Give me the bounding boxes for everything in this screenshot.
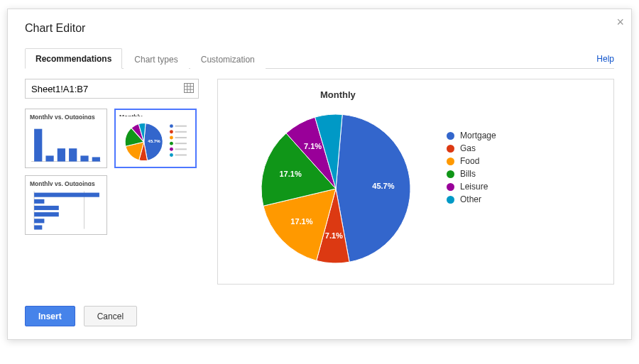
svg-rect-0 [185, 83, 194, 92]
pie-slice-label: 7.1% [304, 142, 322, 150]
pie-slice-label: 17.1% [290, 217, 312, 226]
chart-editor-dialog: × Chart Editor Recommendations Chart typ… [7, 9, 632, 340]
svg-rect-9 [69, 148, 77, 161]
legend-item: Mortgage [447, 131, 496, 140]
dialog-title: Chart Editor [25, 22, 614, 35]
thumb-column-chart[interactable]: Monthly vs. Outgoings [25, 109, 107, 168]
svg-rect-8 [58, 148, 65, 161]
left-column: Monthly vs. Outgoings [25, 79, 206, 285]
tab-chart-types[interactable]: Chart types [124, 49, 188, 69]
svg-point-20 [170, 148, 173, 151]
legend-item: Leisure [447, 182, 496, 192]
legend-item: Gas [447, 143, 496, 153]
legend-item: Food [447, 156, 496, 166]
legend-item: Bills [447, 169, 496, 179]
svg-rect-29 [34, 212, 59, 216]
svg-rect-11 [92, 157, 100, 161]
legend-swatch [447, 158, 454, 165]
svg-rect-7 [45, 155, 53, 161]
cancel-button[interactable]: Cancel [84, 306, 137, 326]
svg-rect-10 [80, 155, 88, 161]
grid-select-icon[interactable] [184, 83, 194, 95]
pie-chart: 45.7%7.1%17.1%17.1%7.1% [229, 111, 442, 267]
pie-slice-label: 45.7% [372, 182, 394, 190]
legend-swatch [447, 132, 454, 140]
svg-point-12 [170, 124, 173, 128]
svg-rect-15 [175, 131, 187, 133]
chart-preview-pane: Monthly 45.7%7.1%17.1%17.1%7.1% Mortgage… [217, 79, 614, 285]
svg-rect-13 [175, 125, 187, 126]
legend-label: Leisure [460, 182, 488, 192]
thumb-label: Monthly vs. Outgoings [30, 114, 102, 119]
legend-swatch [447, 170, 454, 178]
dialog-body: Monthly vs. Outgoings [25, 79, 614, 285]
dialog-footer: Insert Cancel [25, 306, 614, 326]
legend-swatch [447, 183, 454, 191]
svg-point-18 [170, 141, 173, 145]
pie-slice-label: 7.1% [325, 231, 343, 240]
data-range-input[interactable] [31, 84, 184, 94]
chart-title: Monthly [320, 89, 602, 100]
thumb-label: Monthly vs. Outgoings [30, 180, 102, 186]
insert-button[interactable]: Insert [25, 306, 75, 326]
legend-label: Mortgage [460, 131, 496, 140]
svg-rect-28 [34, 206, 59, 210]
tab-recommendations[interactable]: Recommendations [25, 48, 122, 69]
thumb-pie-preview: 45.7% [119, 119, 192, 165]
legend-label: Food [460, 156, 479, 166]
thumb-bar-preview [30, 189, 102, 231]
svg-rect-26 [34, 192, 99, 197]
legend-label: Gas [460, 143, 476, 153]
chart-legend: MortgageGasFoodBillsLeisureOther [447, 131, 496, 204]
legend-label: Bills [460, 169, 476, 179]
svg-rect-19 [175, 143, 187, 144]
legend-swatch [447, 196, 454, 204]
tab-customization[interactable]: Customization [190, 49, 266, 69]
thumb-column-preview [30, 122, 102, 165]
thumb-label: Monthly [119, 114, 192, 116]
thumb-bar-chart[interactable]: Monthly vs. Outgoings [25, 175, 107, 235]
legend-item: Other [447, 194, 496, 204]
help-link[interactable]: Help [596, 49, 614, 68]
svg-rect-31 [34, 225, 42, 229]
pie-slice-label: 45.7% [148, 138, 160, 143]
close-icon[interactable]: × [616, 15, 624, 30]
svg-rect-27 [34, 199, 44, 204]
thumbnail-grid: Monthly vs. Outgoings [25, 109, 206, 235]
tabs-bar: Recommendations Chart types Customizatio… [25, 48, 614, 69]
svg-point-22 [170, 153, 173, 157]
thumb-pie-chart[interactable]: Monthly 45.7% [114, 109, 197, 168]
svg-point-16 [170, 136, 173, 139]
svg-rect-6 [34, 129, 42, 162]
svg-rect-21 [175, 148, 187, 150]
svg-rect-23 [175, 154, 187, 155]
svg-point-14 [170, 130, 173, 133]
svg-rect-17 [175, 137, 187, 138]
legend-swatch [447, 145, 454, 153]
legend-label: Other [460, 194, 481, 204]
data-range-field[interactable] [25, 79, 199, 99]
pie-slice-label: 17.1% [279, 170, 301, 178]
svg-rect-30 [34, 219, 44, 223]
